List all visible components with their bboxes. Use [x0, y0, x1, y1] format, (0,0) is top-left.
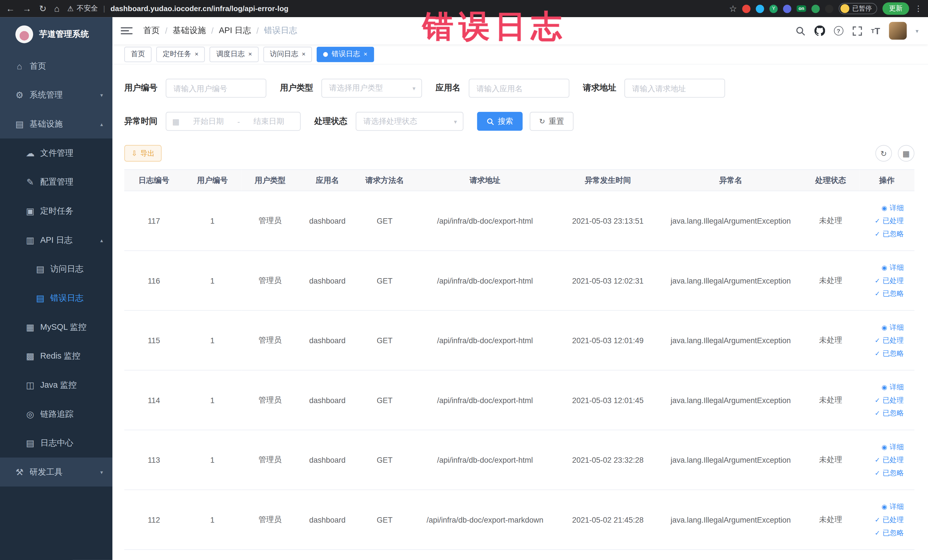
table-row: 112 1 管理员 dashboard GET /api/infra/db-do…: [124, 490, 914, 550]
detail-link[interactable]: ◉详细: [863, 261, 904, 274]
cell-log-id: 114: [124, 370, 184, 430]
tag-error-log[interactable]: 错误日志 ×: [317, 46, 374, 62]
processed-link[interactable]: ✓已处理: [863, 394, 904, 407]
processed-link[interactable]: ✓已处理: [863, 453, 904, 467]
column-settings-button[interactable]: ▦: [898, 145, 914, 162]
tag-access-log[interactable]: 访问日志 ×: [263, 46, 312, 62]
breadcrumb-item[interactable]: API 日志: [219, 25, 251, 36]
gear-icon: ⚙: [13, 90, 26, 100]
chevron-down-icon: ▾: [101, 92, 103, 98]
address-bar[interactable]: ⚠ 不安全 | dashboard.yudao.iocoder.cn/infra…: [67, 3, 722, 14]
extension-icon[interactable]: [825, 5, 833, 13]
extension-icon[interactable]: [742, 5, 751, 13]
process-status-select[interactable]: 请选择处理状态 ▾: [356, 112, 464, 131]
home-icon[interactable]: ⌂: [54, 4, 60, 13]
search-icon[interactable]: [795, 26, 805, 36]
sidebar-item-error-log[interactable]: ▤ 错误日志: [0, 284, 112, 313]
sidebar-item-access-log[interactable]: ▤ 访问日志: [0, 255, 112, 284]
user-id-input[interactable]: [166, 79, 266, 98]
extension-icon[interactable]: [756, 5, 764, 13]
fullscreen-icon[interactable]: [852, 26, 862, 36]
chevron-up-icon: ▴: [101, 237, 103, 243]
sidebar-item-java-monitor[interactable]: ◫ Java 监控: [0, 371, 112, 400]
detail-link[interactable]: ◉详细: [863, 441, 904, 453]
ignored-link[interactable]: ✓已忽略: [863, 347, 904, 360]
forward-icon[interactable]: →: [23, 4, 31, 13]
refresh-button[interactable]: ↻: [875, 145, 892, 162]
cell-exception: java.lang.IllegalArgumentException: [659, 430, 802, 490]
hamburger-icon[interactable]: [121, 27, 132, 34]
sidebar-item-file-management[interactable]: ☁ 文件管理: [0, 138, 112, 168]
extension-icon[interactable]: [783, 5, 791, 13]
eye-icon: ◉: [882, 264, 887, 271]
sidebar-item-dev-tools[interactable]: ⚒ 研发工具 ▾: [0, 458, 112, 487]
processed-link[interactable]: ✓已处理: [863, 513, 904, 526]
cell-time: 2021-05-03 23:13:51: [557, 191, 659, 251]
search-button[interactable]: 搜索: [477, 112, 523, 131]
ignored-link[interactable]: ✓已忽略: [863, 227, 904, 241]
sidebar-item-log-center[interactable]: ▤ 日志中心: [0, 429, 112, 458]
app-logo[interactable]: 芋道管理系统: [0, 17, 112, 51]
sidebar-item-mysql-monitor[interactable]: ▦ MySQL 监控: [0, 312, 112, 342]
reload-icon[interactable]: ↻: [39, 4, 46, 13]
date-range-picker[interactable]: ▦ 开始日期 - 结束日期: [166, 112, 301, 131]
bookmark-star-icon[interactable]: ☆: [729, 4, 737, 13]
back-icon[interactable]: ←: [6, 4, 15, 13]
active-dot-icon: [323, 52, 328, 57]
profile-paused-badge[interactable]: 已暂停: [839, 3, 877, 14]
sidebar-item-trace[interactable]: ◎ 链路追踪: [0, 400, 112, 429]
browser-extensions-area: ☆ Y on 已暂停 更新 ⋮: [729, 2, 922, 15]
security-warning[interactable]: ⚠ 不安全: [67, 3, 98, 14]
user-avatar[interactable]: [889, 22, 907, 40]
cell-time: 2021-05-02 23:32:28: [557, 430, 659, 490]
breadcrumb-item[interactable]: 首页: [143, 25, 160, 36]
github-icon[interactable]: [814, 25, 825, 36]
request-url-input[interactable]: [624, 79, 725, 98]
tag-dispatch-log[interactable]: 调度日志 ×: [210, 46, 258, 62]
processed-link[interactable]: ✓已处理: [863, 334, 904, 347]
processed-link[interactable]: ✓已处理: [863, 214, 904, 227]
column-header: 请求地址: [414, 169, 556, 191]
processed-link[interactable]: ✓已处理: [863, 274, 904, 287]
detail-link[interactable]: ◉详细: [863, 500, 904, 513]
cell-method: GET: [356, 370, 414, 430]
sidebar-item-home[interactable]: ⌂ 首页: [0, 51, 112, 81]
cell-exception: java.lang.IllegalArgumentException: [659, 310, 802, 370]
reset-button[interactable]: ↻ 重置: [530, 112, 574, 131]
sidebar-item-api-log[interactable]: ▥ API 日志 ▴: [0, 225, 112, 255]
sidebar-item-config-management[interactable]: ✎ 配置管理: [0, 168, 112, 197]
chrome-update-button[interactable]: 更新: [882, 2, 909, 15]
close-icon[interactable]: ×: [302, 51, 305, 57]
breadcrumb-separator: /: [211, 26, 214, 35]
browser-menu-icon[interactable]: ⋮: [914, 4, 922, 13]
user-type-select[interactable]: 请选择用户类型 ▾: [322, 79, 422, 98]
sidebar-item-infrastructure[interactable]: ▤ 基础设施 ▴: [0, 110, 112, 139]
app-name-input[interactable]: [469, 79, 569, 98]
caret-down-icon[interactable]: ▾: [916, 27, 918, 34]
sidebar-item-scheduled-tasks[interactable]: ▣ 定时任务: [0, 197, 112, 226]
help-icon[interactable]: ?: [834, 26, 843, 35]
sidebar-item-system-management[interactable]: ⚙ 系统管理 ▾: [0, 81, 112, 110]
extension-on-badge[interactable]: on: [797, 5, 806, 12]
tag-home[interactable]: 首页: [124, 46, 151, 62]
tag-scheduled-tasks[interactable]: 定时任务 ×: [156, 46, 205, 62]
ignored-link[interactable]: ✓已忽略: [863, 526, 904, 539]
extension-icon[interactable]: Y: [770, 5, 778, 13]
detail-link[interactable]: ◉详细: [863, 381, 904, 394]
filter-request-url: 请求地址: [583, 79, 725, 98]
close-icon[interactable]: ×: [195, 51, 198, 57]
sidebar-item-redis-monitor[interactable]: ▩ Redis 监控: [0, 342, 112, 371]
cell-exception: java.lang.IllegalArgumentException: [659, 191, 802, 251]
extension-icon[interactable]: [811, 5, 820, 13]
ignored-link[interactable]: ✓已忽略: [863, 467, 904, 479]
breadcrumb-item[interactable]: 基础设施: [173, 25, 206, 36]
close-icon[interactable]: ×: [248, 51, 252, 57]
font-size-icon[interactable]: TT: [871, 26, 880, 36]
detail-link[interactable]: ◉详细: [863, 320, 904, 334]
ignored-link[interactable]: ✓已忽略: [863, 406, 904, 420]
filter-label: 异常时间: [124, 116, 157, 127]
detail-link[interactable]: ◉详细: [863, 201, 904, 214]
close-icon[interactable]: ×: [364, 51, 368, 57]
export-button[interactable]: ⇩ 导出: [124, 145, 162, 162]
ignored-link[interactable]: ✓已忽略: [863, 287, 904, 300]
